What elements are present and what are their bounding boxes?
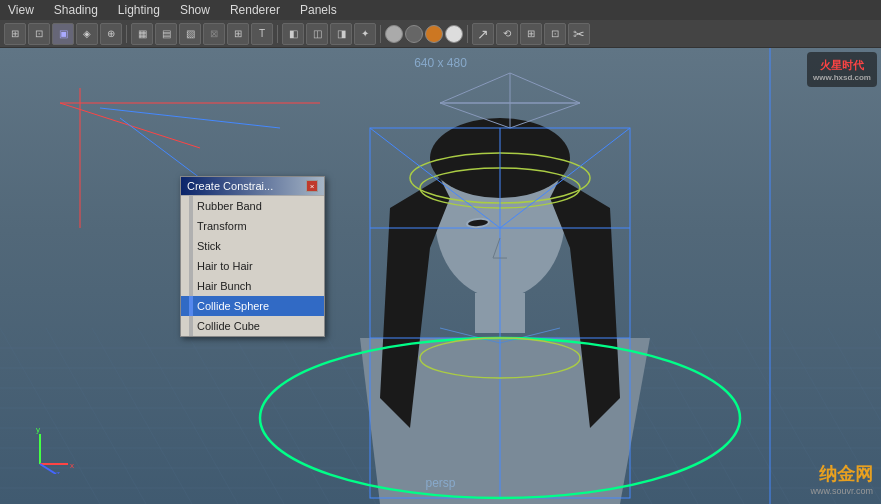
viewport: 640 x 480 persp 火星时代 www.hxsd.com y x z …	[0, 48, 881, 504]
ctx-item-label: Hair Bunch	[197, 280, 251, 292]
sep3	[380, 25, 381, 43]
toolbar-btn-16[interactable]: ↗	[472, 23, 494, 45]
toolbar: ⊞ ⊡ ▣ ◈ ⊕ ▦ ▤ ▧ ⊠ ⊞ T ◧ ◫ ◨ ✦ ↗ ⟲ ⊞ ⊡ ✂	[0, 20, 881, 48]
toolbar-btn-9[interactable]: ⊠	[203, 23, 225, 45]
toolbar-btn-11[interactable]: T	[251, 23, 273, 45]
context-menu-title-text: Create Constrai...	[187, 180, 273, 192]
ctx-item-label: Hair to Hair	[197, 260, 253, 272]
menu-lighting[interactable]: Lighting	[114, 2, 164, 18]
watermark: 纳金网 www.souvr.com	[810, 462, 873, 496]
toolbar-circle-dark[interactable]	[405, 25, 423, 43]
ctx-item-hair-to-hair[interactable]: Hair to Hair	[181, 256, 324, 276]
menu-shading[interactable]: Shading	[50, 2, 102, 18]
toolbar-btn-4[interactable]: ◈	[76, 23, 98, 45]
toolbar-circle-light[interactable]	[445, 25, 463, 43]
ctx-item-stick[interactable]: Stick	[181, 236, 324, 256]
toolbar-btn-6[interactable]: ▦	[131, 23, 153, 45]
ctx-item-collide-sphere[interactable]: Collide Sphere	[181, 296, 324, 316]
watermark-top: 纳金网	[810, 462, 873, 486]
axis-indicator: y x z	[30, 424, 80, 474]
toolbar-btn-17[interactable]: ⟲	[496, 23, 518, 45]
ctx-items-container: Rubber BandTransformStickHair to HairHai…	[181, 196, 324, 336]
ctx-item-bar	[189, 256, 193, 276]
sep2	[277, 25, 278, 43]
logo-text-1: 火星时代	[820, 58, 864, 73]
menubar: View Shading Lighting Show Renderer Pane…	[0, 0, 881, 20]
ctx-item-bar	[189, 236, 193, 256]
toolbar-btn-18[interactable]: ⊞	[520, 23, 542, 45]
toolbar-btn-10[interactable]: ⊞	[227, 23, 249, 45]
toolbar-btn-5[interactable]: ⊕	[100, 23, 122, 45]
toolbar-btn-19[interactable]: ⊡	[544, 23, 566, 45]
toolbar-btn-8[interactable]: ▧	[179, 23, 201, 45]
ctx-item-bar	[189, 296, 193, 316]
menu-panels[interactable]: Panels	[296, 2, 341, 18]
sep4	[467, 25, 468, 43]
toolbar-btn-2[interactable]: ⊡	[28, 23, 50, 45]
toolbar-btn-14[interactable]: ◨	[330, 23, 352, 45]
toolbar-circle-gray[interactable]	[385, 25, 403, 43]
scene-canvas	[0, 48, 881, 504]
svg-text:x: x	[70, 461, 74, 470]
ctx-item-bar	[189, 316, 193, 336]
ctx-item-label: Rubber Band	[197, 200, 262, 212]
svg-text:y: y	[36, 425, 40, 434]
ctx-item-rubber-band[interactable]: Rubber Band	[181, 196, 324, 216]
persp-label: persp	[425, 476, 455, 490]
context-menu-title: Create Constrai... ×	[181, 177, 324, 195]
ctx-item-transform[interactable]: Transform	[181, 216, 324, 236]
ctx-item-collide-cube[interactable]: Collide Cube	[181, 316, 324, 336]
svg-line-4	[40, 464, 56, 474]
ctx-item-hair-bunch[interactable]: Hair Bunch	[181, 276, 324, 296]
menu-renderer[interactable]: Renderer	[226, 2, 284, 18]
toolbar-btn-15[interactable]: ✦	[354, 23, 376, 45]
ctx-item-label: Collide Cube	[197, 320, 260, 332]
ctx-item-bar	[189, 216, 193, 236]
toolbar-circle-orange[interactable]	[425, 25, 443, 43]
menu-show[interactable]: Show	[176, 2, 214, 18]
context-menu: Create Constrai... × Rubber BandTransfor…	[180, 176, 325, 337]
resolution-label: 640 x 480	[414, 56, 467, 70]
logo-text-2: www.hxsd.com	[813, 73, 871, 82]
ctx-item-bar	[189, 276, 193, 296]
sep1	[126, 25, 127, 43]
toolbar-btn-20[interactable]: ✂	[568, 23, 590, 45]
menu-view[interactable]: View	[4, 2, 38, 18]
toolbar-btn-7[interactable]: ▤	[155, 23, 177, 45]
toolbar-btn-3[interactable]: ▣	[52, 23, 74, 45]
toolbar-btn-13[interactable]: ◫	[306, 23, 328, 45]
ctx-item-label: Collide Sphere	[197, 300, 269, 312]
toolbar-btn-12[interactable]: ◧	[282, 23, 304, 45]
ctx-item-bar	[189, 196, 193, 216]
svg-text:z: z	[56, 469, 60, 474]
ctx-item-label: Stick	[197, 240, 221, 252]
watermark-bottom: www.souvr.com	[810, 486, 873, 496]
context-menu-close-button[interactable]: ×	[306, 180, 318, 192]
toolbar-btn-1[interactable]: ⊞	[4, 23, 26, 45]
logo-hxsd: 火星时代 www.hxsd.com	[807, 52, 877, 87]
ctx-item-label: Transform	[197, 220, 247, 232]
